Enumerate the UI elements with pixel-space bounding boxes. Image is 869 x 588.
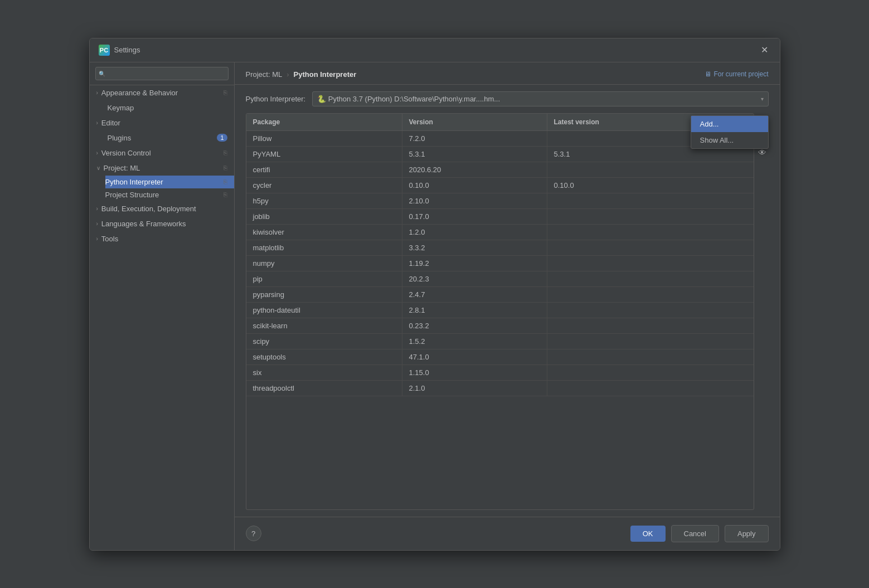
table-row[interactable]: six 1.15.0 <box>246 365 754 381</box>
copy-icon: ⎘ <box>224 149 227 156</box>
td-package: setuptools <box>246 349 402 365</box>
table-row[interactable]: numpy 1.19.2 <box>246 256 754 271</box>
search-box <box>90 62 234 85</box>
table-row[interactable]: joblib 0.17.0 <box>246 209 754 225</box>
sidebar-item-label: Project: ML <box>104 164 140 172</box>
sidebar: › Appearance & Behavior ⎘ Keymap › Edito… <box>90 62 235 550</box>
ok-button[interactable]: OK <box>630 526 666 542</box>
settings-dialog: PC Settings ✕ › Appearance & Behavior ⎘ … <box>89 38 780 551</box>
table-row[interactable]: python-dateutil 2.8.1 <box>246 303 754 318</box>
table-row[interactable]: matplotlib 3.3.2 <box>246 240 754 256</box>
td-package: pyparsing <box>246 287 402 302</box>
td-version: 1.2.0 <box>402 225 547 240</box>
dropdown-item-showall[interactable]: Show All... <box>691 132 768 148</box>
td-version: 5.3.1 <box>402 147 547 162</box>
pkg-table: Package Version Latest version Pillow 7.… <box>246 113 754 510</box>
table-row[interactable]: scikit-learn 0.23.2 <box>246 318 754 334</box>
sidebar-item-python-interpreter[interactable]: Python Interpreter ⎘ <box>105 176 234 188</box>
breadcrumb-project: Project: ML <box>246 70 283 79</box>
table-row[interactable]: cycler 0.10.0 0.10.0 <box>246 178 754 193</box>
sidebar-item-plugins[interactable]: Plugins 1 <box>90 130 234 145</box>
col-version: Version <box>402 114 547 130</box>
interpreter-dropdown: Add... Show All... <box>691 115 769 149</box>
chevron-icon: › <box>96 120 98 126</box>
plugins-badge: 1 <box>217 134 227 142</box>
td-version: 7.2.0 <box>402 131 547 146</box>
table-row[interactable]: scipy 1.5.2 <box>246 334 754 349</box>
table-body: Pillow 7.2.0 PyYAML 5.3.1 5.3.1 certifi … <box>246 131 754 509</box>
sidebar-item-languages-frameworks[interactable]: › Languages & Frameworks <box>90 216 234 231</box>
sidebar-item-label: Plugins <box>108 134 132 142</box>
sidebar-item-label: Languages & Frameworks <box>101 220 186 228</box>
table-row[interactable]: pyparsing 2.4.7 <box>246 287 754 303</box>
td-version: 1.15.0 <box>402 365 547 380</box>
td-latest <box>547 318 754 333</box>
table-row[interactable]: pip 20.2.3 <box>246 271 754 287</box>
td-package: cycler <box>246 178 402 193</box>
close-button[interactable]: ✕ <box>759 44 771 56</box>
sidebar-item-label: Python Interpreter <box>105 178 163 186</box>
sidebar-item-keymap[interactable]: Keymap <box>90 100 234 115</box>
td-latest: 0.10.0 <box>547 178 754 193</box>
td-version: 47.1.0 <box>402 349 547 365</box>
copy-icon: ⎘ <box>224 89 227 96</box>
cancel-button[interactable]: Cancel <box>671 525 719 542</box>
sidebar-item-build-execution[interactable]: › Build, Execution, Deployment <box>90 201 234 216</box>
table-row[interactable]: setuptools 47.1.0 <box>246 349 754 365</box>
td-version: 1.5.2 <box>402 334 547 349</box>
search-input[interactable] <box>95 67 229 80</box>
breadcrumb: Project: ML › Python Interpreter 🖥 For c… <box>235 62 780 85</box>
chevron-icon: › <box>96 221 98 227</box>
td-latest <box>547 381 754 396</box>
td-version: 2.1.0 <box>402 381 547 396</box>
sidebar-item-label: Version Control <box>101 149 151 157</box>
td-version: 0.10.0 <box>402 178 547 193</box>
td-package: numpy <box>246 256 402 271</box>
sidebar-item-project-ml[interactable]: ∨ Project: ML ⎘ <box>90 161 234 176</box>
sidebar-item-tools[interactable]: › Tools <box>90 231 234 246</box>
app-icon: PC <box>99 45 110 56</box>
interpreter-value: 🐍 Python 3.7 (Python) D:\Software\Python… <box>317 95 500 103</box>
td-latest: 5.3.1 <box>547 147 754 162</box>
td-package: h5py <box>246 193 402 208</box>
table-row[interactable]: h5py 2.10.0 <box>246 193 754 209</box>
table-row[interactable]: certifi 2020.6.20 <box>246 162 754 178</box>
monitor-icon: 🖥 <box>705 70 711 78</box>
sidebar-item-version-control[interactable]: › Version Control ⎘ <box>90 145 234 161</box>
interpreter-label: Python Interpreter: <box>246 95 306 103</box>
title-bar: PC Settings ✕ <box>90 38 780 62</box>
breadcrumb-page: Python Interpreter <box>294 70 357 79</box>
dropdown-item-add[interactable]: Add... <box>691 116 768 132</box>
sidebar-item-editor[interactable]: › Editor <box>90 115 234 130</box>
sidebar-item-label: Tools <box>101 235 118 243</box>
td-package: pip <box>246 271 402 286</box>
td-version: 2.4.7 <box>402 287 547 302</box>
sidebar-item-project-structure[interactable]: Project Structure ⎘ <box>105 188 234 201</box>
td-latest <box>547 240 754 255</box>
apply-button[interactable]: Apply <box>725 525 769 542</box>
interpreter-select[interactable]: 🐍 Python 3.7 (Python) D:\Software\Python… <box>312 91 768 106</box>
td-latest <box>547 162 754 177</box>
sidebar-sub: Python Interpreter ⎘ Project Structure ⎘ <box>90 176 234 201</box>
td-version: 3.3.2 <box>402 240 547 255</box>
td-package: scikit-learn <box>246 318 402 333</box>
td-package: matplotlib <box>246 240 402 255</box>
table-row[interactable]: threadpoolctl 2.1.0 <box>246 381 754 396</box>
table-row[interactable]: kiwisolver 1.2.0 <box>246 225 754 240</box>
bottom-left: ? <box>246 526 261 541</box>
td-latest <box>547 209 754 224</box>
right-panel: Project: ML › Python Interpreter 🖥 For c… <box>235 62 780 550</box>
chevron-icon: › <box>96 150 98 156</box>
interpreter-row: Python Interpreter: 🐍 Python 3.7 (Python… <box>235 85 780 113</box>
td-version: 2.8.1 <box>402 303 547 318</box>
table-row[interactable]: PyYAML 5.3.1 5.3.1 <box>246 147 754 162</box>
table-with-actions: Package Version Latest version Pillow 7.… <box>246 113 769 510</box>
help-button[interactable]: ? <box>246 526 261 541</box>
td-version: 0.17.0 <box>402 209 547 224</box>
td-version: 2020.6.20 <box>402 162 547 177</box>
td-latest <box>547 256 754 271</box>
sidebar-item-label: Keymap <box>108 104 134 112</box>
td-latest <box>547 349 754 365</box>
sidebar-item-appearance[interactable]: › Appearance & Behavior ⎘ <box>90 85 234 100</box>
table-row[interactable]: Pillow 7.2.0 <box>246 131 754 147</box>
